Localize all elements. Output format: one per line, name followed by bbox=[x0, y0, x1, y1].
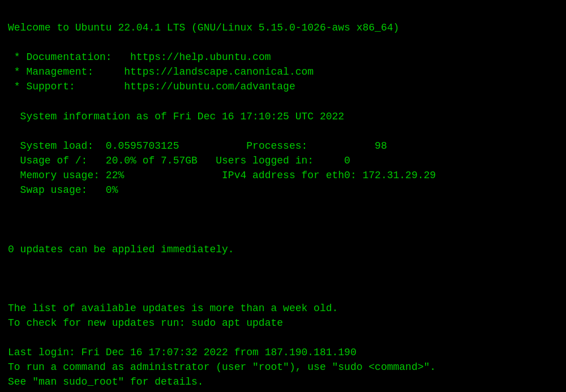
last-login-line: Last login: Fri Dec 16 17:07:32 2022 fro… bbox=[8, 347, 357, 358]
sysinfo-line: System information as of Fri Dec 16 17:1… bbox=[8, 111, 344, 122]
updates-line: 0 updates can be applied immediately. bbox=[8, 244, 234, 255]
update-list1-line: The list of available updates is more th… bbox=[8, 303, 338, 314]
terminal-output: Welcome to Ubuntu 22.04.1 LTS (GNU/Linux… bbox=[8, 6, 558, 392]
update-list2-line: To check for new updates run: sudo apt u… bbox=[8, 317, 283, 329]
mgmt-line: * Management: https://landscape.canonica… bbox=[8, 66, 314, 77]
memory-line: Memory usage: 22% IPv4 address for eth0:… bbox=[8, 170, 436, 181]
welcome-line: Welcome to Ubuntu 22.04.1 LTS (GNU/Linux… bbox=[8, 22, 399, 33]
usage-line: Usage of /: 20.0% of 7.57GB Users logged… bbox=[8, 155, 350, 166]
swap-line: Swap usage: 0% bbox=[8, 184, 118, 196]
sudo-note2-line: See "man sudo_root" for details. bbox=[8, 376, 204, 387]
support-line: * Support: https://ubuntu.com/advantage bbox=[8, 81, 295, 92]
sudo-note1-line: To run a command as administrator (user … bbox=[8, 361, 436, 373]
doc-line: * Documentation: https://help.ubuntu.com bbox=[8, 51, 271, 63]
sysload-line: System load: 0.0595703125 Processes: 98 bbox=[8, 140, 387, 152]
